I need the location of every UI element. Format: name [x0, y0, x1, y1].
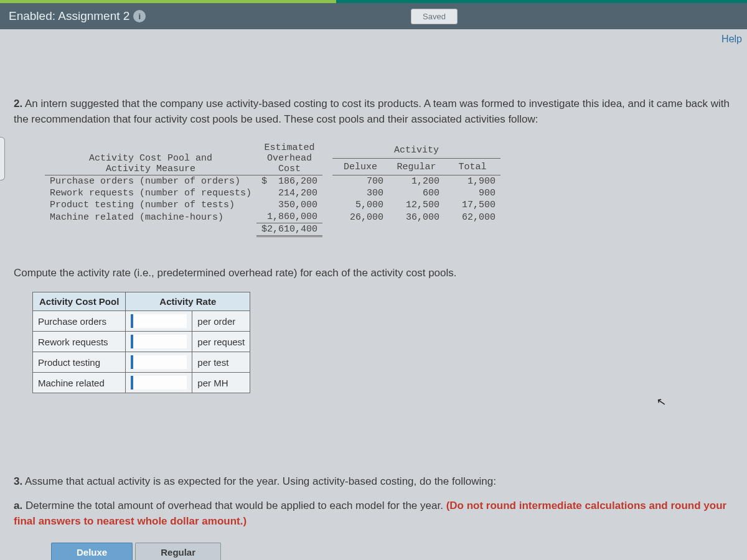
deluxe-header: Deluxe — [332, 159, 388, 175]
total-header: Total — [444, 159, 500, 175]
rate-input-machine-related[interactable] — [131, 376, 187, 390]
table-row: Purchase orders (number of orders) $ 186… — [45, 175, 500, 188]
tab-regular[interactable]: Regular — [135, 543, 221, 560]
saved-badge: Saved — [411, 9, 458, 24]
table-row: Purchase orders per order — [33, 311, 250, 332]
activity-rate-input-table: Activity Cost Pool Activity Rate Purchas… — [32, 292, 250, 393]
page-header: Enabled: Assignment 2 i Saved — [0, 3, 747, 29]
rate-input-rework-requests[interactable] — [131, 335, 187, 348]
help-link[interactable]: Help — [721, 34, 742, 45]
question-2: 2. An intern suggested that the company … — [14, 96, 733, 127]
table-row: Rework requests per request — [33, 332, 250, 352]
q3-intro: Assume that actual activity is as expect… — [25, 475, 496, 487]
question-3: 3. Assume that actual activity is as exp… — [14, 474, 733, 529]
model-tabs: Deluxe Regular — [51, 543, 733, 560]
table-row: Product testing per test — [33, 352, 250, 373]
rate-input-product-testing[interactable] — [131, 355, 187, 369]
compute-instruction: Compute the activity rate (i.e., predete… — [14, 267, 733, 279]
table-row: Product testing (number of tests) 350,00… — [45, 199, 500, 211]
table-row: Machine related (machine-hours) 1,860,00… — [45, 211, 500, 223]
table-row: Machine related per MH — [33, 373, 250, 393]
question-text: An intern suggested that the company use… — [14, 98, 730, 125]
assignment-title: Enabled: Assignment 2 — [9, 9, 129, 23]
rate-input-purchase-orders[interactable] — [131, 314, 187, 328]
question-number: 3. — [14, 475, 22, 487]
question-number: 2. — [14, 98, 22, 110]
info-icon[interactable]: i — [133, 10, 146, 22]
left-drawer-handle[interactable] — [0, 137, 5, 180]
table-total-row: $2,610,400 — [45, 223, 500, 236]
page-content: 2. An intern suggested that the company … — [0, 29, 747, 560]
pool-header: Activity Cost Pool — [33, 292, 126, 311]
part-a-label: a. — [14, 500, 22, 511]
table-row: Rework requests (number of requests) 214… — [45, 187, 500, 199]
cost-pool-table: Activity Cost Pool andActivity Measure E… — [45, 142, 733, 237]
regular-header: Regular — [388, 159, 444, 175]
tab-deluxe[interactable]: Deluxe — [51, 543, 133, 560]
rate-header: Activity Rate — [126, 292, 250, 311]
activity-header: Activity — [332, 142, 500, 158]
part-a-text: Determine the total amount of overhead t… — [26, 500, 443, 511]
